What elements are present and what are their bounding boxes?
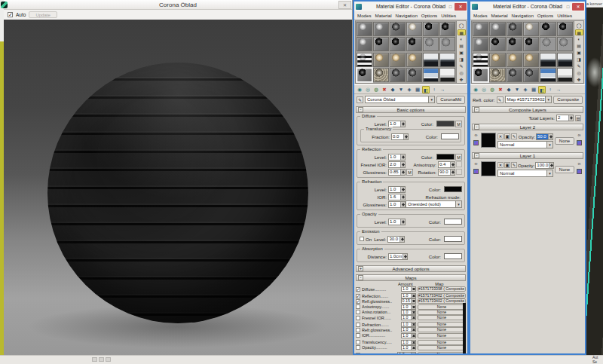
menu-navigation[interactable]: Navigation [510, 13, 535, 18]
basic-options-rollout[interactable]: -Basic options [356, 106, 466, 113]
sample-type-icon[interactable]: ◯ [575, 23, 583, 29]
put-material-icon[interactable]: ◎ [364, 86, 372, 93]
chevron-down-icon[interactable]: ▼ [546, 170, 552, 176]
map-amount-spinner[interactable]: 1.0 [401, 333, 416, 338]
glossiness-spinner[interactable]: 0.85 [388, 169, 406, 176]
map-enable-checkbox[interactable] [356, 304, 360, 309]
show-end-result-icon[interactable]: ◧ [422, 86, 430, 93]
chevron-down-icon[interactable]: ▼ [455, 201, 461, 207]
material-swatch[interactable] [357, 53, 372, 67]
go-to-parent-icon[interactable]: ↑ [546, 86, 554, 93]
show-end-result-icon[interactable]: ◧ [538, 86, 546, 93]
reflection-map-button[interactable]: M [455, 154, 462, 161]
material-swatch[interactable] [406, 68, 422, 82]
minimize-icon[interactable]: – [438, 3, 446, 11]
reflection-color-swatch[interactable] [436, 154, 455, 160]
put-to-library-icon[interactable]: ▼ [513, 86, 521, 93]
material-swatch[interactable] [507, 68, 522, 82]
rename-layer-icon[interactable]: ✎ [511, 162, 517, 168]
maximize-icon[interactable]: □ [564, 3, 572, 11]
close-icon[interactable]: ✕ [338, 1, 351, 9]
show-map-in-viewport-icon[interactable]: ▦ [530, 86, 537, 93]
map-slot-button[interactable]: None [418, 340, 466, 345]
material-swatch[interactable] [357, 68, 372, 82]
layers-list-icon[interactable]: ▤ [575, 115, 581, 121]
chevron-down-icon[interactable]: ▼ [428, 96, 434, 102]
collapse-toggle[interactable]: - [358, 275, 363, 280]
map-slot-button[interactable]: None [418, 310, 466, 315]
material-swatch[interactable] [557, 53, 573, 67]
get-material-icon[interactable]: ◉ [356, 86, 363, 93]
material-map-navigator-icon[interactable]: ❖ [575, 77, 583, 83]
generate-preview-icon[interactable]: ◨ [458, 57, 466, 63]
select-by-material-icon[interactable]: ◎ [458, 70, 466, 76]
blend-mode-select[interactable]: Normal▼ [497, 170, 553, 177]
material-swatch[interactable] [423, 37, 439, 51]
rotation-spinner[interactable]: 90.0 [438, 169, 455, 176]
glossiness-map-button[interactable]: M [406, 169, 413, 176]
material-swatch[interactable] [523, 22, 539, 36]
fresnel-ior-spinner[interactable]: 2.0 [388, 161, 406, 168]
refraction-glossiness-spinner[interactable]: 1.0 [388, 201, 406, 208]
material-swatch[interactable] [489, 53, 505, 67]
reset-material-icon[interactable]: ✖ [381, 86, 388, 93]
emission-color-swatch[interactable] [444, 236, 462, 242]
duplicate-layer-icon[interactable]: ▣ [504, 162, 510, 168]
collapse-toggle[interactable]: - [474, 107, 479, 112]
blend-mode-select[interactable]: Normal▼ [497, 141, 553, 148]
map-amount-spinner[interactable]: 1.0 [401, 304, 416, 310]
material-swatch[interactable] [557, 37, 573, 51]
material-swatch[interactable] [423, 22, 439, 36]
map-enable-checkbox[interactable] [356, 299, 360, 304]
material-swatch[interactable] [406, 37, 422, 51]
make-unique-icon[interactable]: ◆ [389, 86, 396, 93]
anisotropy-map-shortcut[interactable] [456, 161, 462, 167]
mask-color-correction-icon[interactable] [577, 169, 582, 174]
diffuse-color-swatch[interactable] [436, 121, 455, 127]
opacity-color-swatch[interactable] [444, 219, 462, 225]
material-swatch[interactable] [540, 53, 556, 67]
minimize-icon[interactable]: – [556, 3, 564, 11]
material-swatch[interactable] [390, 22, 406, 36]
mask-color-correction-icon[interactable] [577, 140, 582, 145]
background-icon[interactable]: ▦ [575, 29, 583, 35]
material-swatch[interactable] [489, 68, 505, 82]
map-amount-spinner[interactable]: 1.0 [401, 327, 416, 332]
advanced-options-rollout[interactable]: +Advanced options [356, 265, 466, 272]
translucency-fraction-spinner[interactable]: 0.0 [391, 133, 409, 140]
material-swatch[interactable] [406, 53, 422, 67]
map-name-combo[interactable]: Map #1571733402▼ [505, 96, 552, 103]
material-map-navigator-icon[interactable]: ❖ [458, 77, 466, 83]
layer-visibility-icon[interactable]: ∞ [475, 162, 478, 166]
map-type-button[interactable]: Composite [553, 96, 583, 104]
options-icon[interactable]: ✎ [458, 63, 466, 69]
material-swatch[interactable] [390, 53, 406, 67]
material-swatch[interactable] [439, 53, 455, 67]
map-slot-button[interactable]: None [418, 304, 466, 310]
render-window-titlebar[interactable]: Corona Öblad ✕ [4, 0, 352, 10]
rollout-scrollbar-thumb[interactable] [463, 303, 466, 354]
put-to-library-icon[interactable]: ▼ [397, 86, 405, 93]
map-amount-spinner[interactable]: 1.0 [401, 322, 416, 327]
collapse-toggle[interactable]: - [474, 153, 479, 158]
video-color-check-icon[interactable]: ▣ [458, 50, 466, 56]
material-swatch[interactable] [523, 37, 539, 51]
eyedropper-icon[interactable]: ✎ [497, 96, 504, 103]
go-forward-icon[interactable]: → [439, 86, 446, 93]
video-color-check-icon[interactable]: ▣ [575, 50, 583, 56]
delete-layer-icon[interactable]: ✕ [497, 133, 504, 139]
map-amount-spinner[interactable]: 1.0 [401, 340, 416, 345]
map-slot-button[interactable]: None [418, 327, 466, 332]
map-slot-button[interactable]: None [418, 333, 466, 338]
menu-modes[interactable]: Modes [356, 13, 373, 18]
material-swatch[interactable] [557, 68, 573, 82]
mask-visibility-icon[interactable]: ∞ [578, 133, 581, 137]
emission-on-checkbox[interactable] [360, 237, 364, 241]
menu-modes[interactable]: Modes [472, 13, 489, 18]
layer-rollout-header[interactable]: -Layer 1 [472, 152, 583, 159]
rotation-map-shortcut[interactable] [456, 169, 462, 175]
map-enable-checkbox[interactable] [356, 287, 360, 292]
refraction-level-spinner[interactable]: 1.0 [388, 186, 406, 193]
auto-checkbox[interactable] [8, 12, 13, 17]
close-icon[interactable]: ✕ [572, 3, 584, 11]
